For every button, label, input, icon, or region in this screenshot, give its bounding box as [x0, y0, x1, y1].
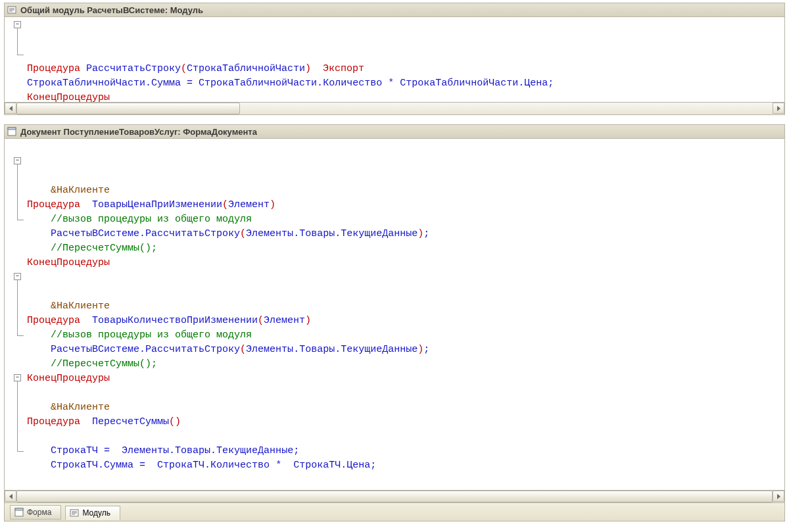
- pane-header-common-module: Общий модуль РасчетыВСистеме: Модуль: [4, 3, 785, 17]
- tab-form[interactable]: Форма: [10, 505, 61, 520]
- horizontal-scrollbar-1[interactable]: [4, 103, 785, 115]
- code-line: РасчетыВСистеме.РассчитатьСтроку(Элемент…: [27, 343, 784, 357]
- code-block-1: Процедура РассчитатьСтроку(СтрокаТабличн…: [5, 60, 784, 103]
- scroll-thumb[interactable]: [16, 103, 240, 114]
- fold-toggle[interactable]: −: [14, 273, 21, 280]
- code-block-2: &НаКлиентеПроцедура ТоварыЦенаПриИзменен…: [5, 182, 784, 491]
- code-line: //вызов процедуры из общего модуля: [27, 212, 784, 227]
- code-line: Процедура ТоварыКоличествоПриИзменении(Э…: [27, 314, 784, 328]
- tab-label: Форма: [27, 508, 51, 517]
- code-line: [27, 429, 784, 444]
- pane-title: Общий модуль РасчетыВСистеме: Модуль: [20, 5, 203, 15]
- form-icon: [7, 127, 16, 136]
- arrow-right-icon: [777, 106, 780, 111]
- pane-title: Документ ПоступлениеТоваровУслуг: ФормаД…: [20, 127, 257, 137]
- scroll-right-button[interactable]: [773, 491, 784, 502]
- tab-label: Модуль: [82, 508, 110, 518]
- module-icon: [70, 508, 79, 518]
- code-line: [27, 386, 784, 400]
- fold-toggle[interactable]: −: [14, 157, 21, 164]
- code-line: Процедура РассчитатьСтроку(СтрокаТабличн…: [27, 62, 784, 76]
- scroll-left-button[interactable]: [5, 103, 16, 114]
- scroll-track[interactable]: [16, 491, 773, 502]
- gutter: − − −: [5, 139, 24, 490]
- code-line: //ПересчетСуммы();: [27, 241, 784, 256]
- code-line: [27, 270, 784, 285]
- fold-toggle[interactable]: −: [14, 21, 21, 28]
- tab-module[interactable]: Модуль: [65, 506, 120, 520]
- scroll-left-button[interactable]: [5, 491, 16, 502]
- code-line: КонецПроцедуры: [27, 256, 784, 270]
- arrow-right-icon: [777, 494, 780, 499]
- svg-rect-7: [15, 508, 23, 510]
- code-line: Процедура ТоварыЦенаПриИзменении(Элемент…: [27, 198, 784, 212]
- code-line: КонецПроцедуры: [27, 372, 784, 386]
- fold-toggle[interactable]: −: [14, 374, 21, 381]
- module-icon: [7, 5, 16, 14]
- code-line: СтрокаТЧ = Элементы.Товары.ТекущиеДанные…: [27, 444, 784, 458]
- code-line: [27, 473, 784, 487]
- code-line: [27, 285, 784, 299]
- scroll-track[interactable]: [16, 103, 773, 114]
- code-line: //вызов процедуры из общего модуля: [27, 328, 784, 343]
- scroll-right-button[interactable]: [773, 103, 784, 114]
- code-line: //ПересчетСуммы();: [27, 357, 784, 372]
- pane-header-document-form: Документ ПоступлениеТоваровУслуг: ФормаД…: [4, 124, 785, 139]
- scroll-thumb[interactable]: [16, 491, 773, 502]
- arrow-left-icon: [9, 106, 12, 111]
- code-line: КонецПроцедуры: [27, 91, 784, 103]
- code-line: СтрокаТЧ.Сумма = СтрокаТЧ.Количество * С…: [27, 458, 784, 473]
- code-editor-1[interactable]: − Процедура РассчитатьСтроку(СтрокаТабли…: [4, 17, 785, 103]
- code-line: &НаКлиенте: [27, 299, 784, 314]
- code-line: &НаКлиенте: [27, 400, 784, 415]
- code-line: Процедура ПересчетСуммы(): [27, 415, 784, 429]
- code-line: СтрокаТабличнойЧасти.Сумма = СтрокаТабли…: [27, 76, 784, 91]
- horizontal-scrollbar-2[interactable]: [4, 491, 785, 503]
- svg-rect-5: [8, 128, 16, 130]
- code-editor-2[interactable]: − − − &НаКлиентеПроцедура ТоварыЦенаПриИ…: [4, 139, 785, 491]
- form-icon: [14, 508, 24, 517]
- code-line: РасчетыВСистеме.РассчитатьСтроку(Элемент…: [27, 227, 784, 241]
- gutter: −: [5, 17, 24, 102]
- code-line: &НаКлиенте: [27, 183, 784, 198]
- arrow-left-icon: [9, 494, 12, 499]
- tabs-row: Форма Модуль: [4, 503, 785, 521]
